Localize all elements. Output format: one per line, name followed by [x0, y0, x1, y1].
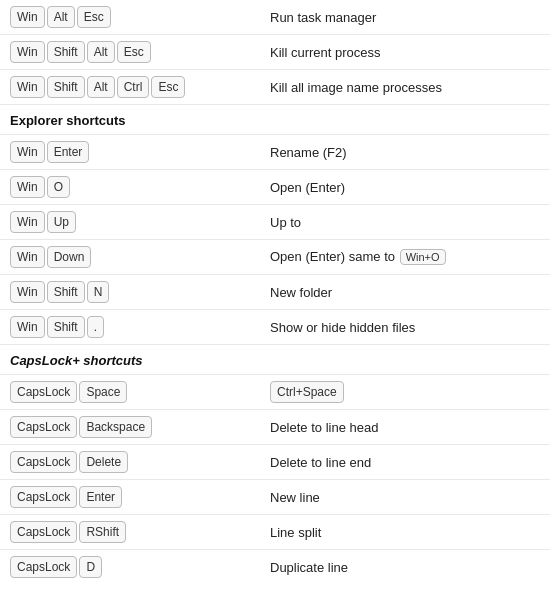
key-badge: Enter [79, 486, 122, 508]
key-cell: WinShiftAltEsc [0, 35, 260, 70]
section-header-label: CapsLock+ shortcuts [0, 345, 550, 375]
key-badge: Delete [79, 451, 128, 473]
table-row: CapsLockBackspaceDelete to line head [0, 410, 550, 445]
table-row: WinUpUp to [0, 205, 550, 240]
key-badge: CapsLock [10, 416, 77, 438]
key-cell: WinEnter [0, 135, 260, 170]
table-row: CapsLockDDuplicate line [0, 550, 550, 585]
table-row: WinShiftAltCtrlEscKill all image name pr… [0, 70, 550, 105]
shortcuts-table: WinAltEscRun task managerWinShiftAltEscK… [0, 0, 550, 584]
key-badge: Alt [87, 76, 115, 98]
key-badge: Space [79, 381, 127, 403]
key-badge: CapsLock [10, 556, 77, 578]
section-header: Explorer shortcuts [0, 105, 550, 135]
table-row: WinAltEscRun task manager [0, 0, 550, 35]
desc-cell: New line [260, 480, 550, 515]
key-cell: CapsLockRShift [0, 515, 260, 550]
key-badge: CapsLock [10, 486, 77, 508]
desc-cell: Kill current process [260, 35, 550, 70]
table-row: CapsLockEnterNew line [0, 480, 550, 515]
key-cell: WinO [0, 170, 260, 205]
key-badge: N [87, 281, 110, 303]
key-cell: CapsLockD [0, 550, 260, 585]
key-badge: Ctrl [117, 76, 150, 98]
desc-cell: Open (Enter) same to Win+O [260, 240, 550, 275]
section-header: CapsLock+ shortcuts [0, 345, 550, 375]
key-badge: Esc [117, 41, 151, 63]
key-badge: Esc [151, 76, 185, 98]
section-header-label: Explorer shortcuts [0, 105, 550, 135]
key-badge: . [87, 316, 104, 338]
key-cell: WinUp [0, 205, 260, 240]
key-cell: WinShiftN [0, 275, 260, 310]
key-badge: Win [10, 41, 45, 63]
key-badge: RShift [79, 521, 126, 543]
key-cell: CapsLockBackspace [0, 410, 260, 445]
key-badge: Shift [47, 76, 85, 98]
desc-kbd-badge: Ctrl+Space [270, 381, 344, 403]
key-badge: Down [47, 246, 92, 268]
key-badge: Alt [47, 6, 75, 28]
key-badge: Win [10, 316, 45, 338]
key-badge: D [79, 556, 102, 578]
key-cell: WinShiftAltCtrlEsc [0, 70, 260, 105]
key-badge: Win [10, 246, 45, 268]
table-row: WinShift.Show or hide hidden files [0, 310, 550, 345]
desc-cell: Kill all image name processes [260, 70, 550, 105]
key-badge: Shift [47, 281, 85, 303]
key-cell: CapsLockDelete [0, 445, 260, 480]
table-row: CapsLockSpaceCtrl+Space [0, 375, 550, 410]
desc-cell: Duplicate line [260, 550, 550, 585]
key-badge: CapsLock [10, 521, 77, 543]
desc-cell: Open (Enter) [260, 170, 550, 205]
table-row: CapsLockRShiftLine split [0, 515, 550, 550]
key-badge: Esc [77, 6, 111, 28]
table-row: WinDownOpen (Enter) same to Win+O [0, 240, 550, 275]
desc-cell: Delete to line end [260, 445, 550, 480]
key-badge: Enter [47, 141, 90, 163]
key-badge: Alt [87, 41, 115, 63]
key-cell: WinShift. [0, 310, 260, 345]
key-badge: O [47, 176, 70, 198]
table-row: WinOOpen (Enter) [0, 170, 550, 205]
key-badge: Win [10, 76, 45, 98]
desc-cell: Ctrl+Space [260, 375, 550, 410]
desc-cell: Delete to line head [260, 410, 550, 445]
desc-cell: Run task manager [260, 0, 550, 35]
desc-cell: Rename (F2) [260, 135, 550, 170]
key-badge: Win [10, 6, 45, 28]
key-cell: CapsLockEnter [0, 480, 260, 515]
key-badge: Shift [47, 316, 85, 338]
key-badge: Backspace [79, 416, 152, 438]
desc-cell: Line split [260, 515, 550, 550]
key-cell: WinAltEsc [0, 0, 260, 35]
key-badge: Win [10, 281, 45, 303]
key-cell: WinDown [0, 240, 260, 275]
key-badge: Win [10, 176, 45, 198]
inline-kbd: Win+O [400, 249, 446, 265]
key-badge: Shift [47, 41, 85, 63]
desc-cell: Show or hide hidden files [260, 310, 550, 345]
desc-cell: New folder [260, 275, 550, 310]
key-badge: CapsLock [10, 451, 77, 473]
table-row: WinShiftNNew folder [0, 275, 550, 310]
desc-cell: Up to [260, 205, 550, 240]
key-badge: CapsLock [10, 381, 77, 403]
table-row: CapsLockDeleteDelete to line end [0, 445, 550, 480]
key-badge: Up [47, 211, 76, 233]
key-badge: Win [10, 211, 45, 233]
key-cell: CapsLockSpace [0, 375, 260, 410]
table-row: WinShiftAltEscKill current process [0, 35, 550, 70]
table-row: WinEnterRename (F2) [0, 135, 550, 170]
key-badge: Win [10, 141, 45, 163]
